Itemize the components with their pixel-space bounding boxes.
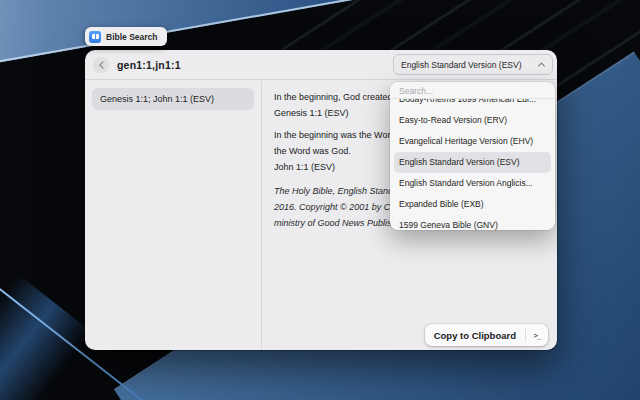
version-list: Douay-Rheims 1899 American Edi... Easy-t… [390, 99, 555, 230]
copy-button-label: Copy to Clipboard [425, 330, 525, 341]
copy-to-clipboard-button[interactable]: Copy to Clipboard >_ [425, 324, 548, 346]
version-dropdown-panel: Douay-Rheims 1899 American Edi... Easy-t… [390, 82, 555, 230]
version-dropdown-trigger[interactable]: English Standard Version (ESV) [393, 54, 553, 75]
version-option[interactable]: Easy-to-Read Version (ERV) [390, 110, 555, 131]
version-option[interactable]: English Standard Version Anglicis... [390, 173, 555, 194]
app-title-pill: Bible Search [85, 27, 167, 46]
chevron-left-icon [99, 61, 104, 69]
version-search-input[interactable] [390, 82, 555, 98]
version-option[interactable]: Expanded Bible (EXB) [390, 194, 555, 215]
results-sidebar: Genesis 1:1; John 1:1 (ESV) [85, 81, 261, 350]
search-query-input[interactable]: gen1:1,jn1:1 [117, 59, 181, 71]
app-title: Bible Search [106, 32, 158, 42]
back-button[interactable] [93, 57, 109, 73]
version-option[interactable]: Douay-Rheims 1899 American Edi... [390, 99, 555, 110]
bible-search-app-icon [89, 31, 101, 43]
bible-search-window: gen1:1,jn1:1 English Standard Version (E… [85, 50, 557, 350]
desktop: Bible Search gen1:1,jn1:1 English Standa… [0, 0, 640, 400]
search-bar: gen1:1,jn1:1 English Standard Version (E… [85, 50, 557, 80]
chevron-up-icon [538, 62, 545, 67]
version-dropdown-selected-label: English Standard Version (ESV) [401, 60, 521, 70]
terminal-prompt-key-icon: >_ [526, 331, 548, 340]
wallpaper-bottom-left-glow [0, 274, 92, 400]
version-option[interactable]: 1599 Geneva Bible (GNV) [390, 215, 555, 230]
version-option[interactable]: Evangelical Heritage Version (EHV) [390, 131, 555, 152]
version-option-selected[interactable]: English Standard Version (ESV) [394, 152, 551, 173]
result-list-item-selected[interactable]: Genesis 1:1; John 1:1 (ESV) [92, 88, 254, 110]
